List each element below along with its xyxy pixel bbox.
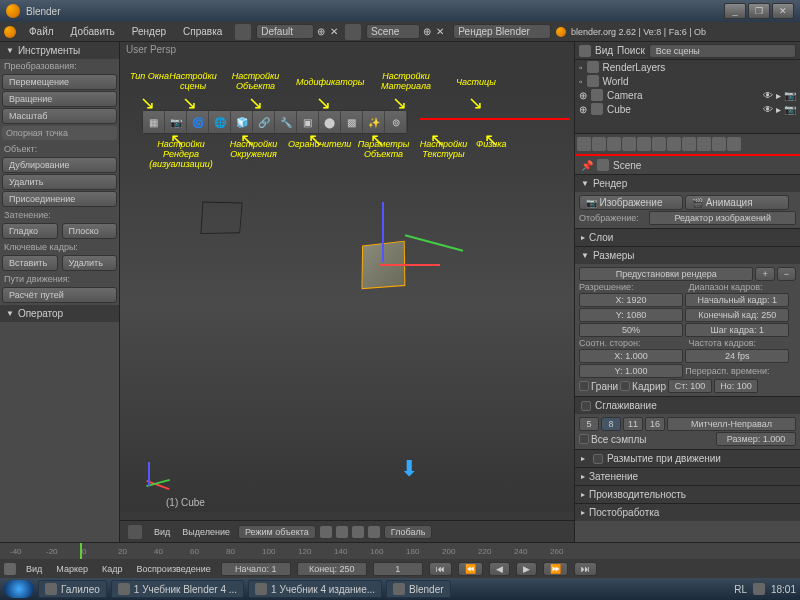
dimensions-panel-header[interactable]: ▼Размеры xyxy=(575,246,800,264)
aspect-x-field[interactable]: X: 1.000 xyxy=(579,349,683,363)
aa-8[interactable]: 8 xyxy=(601,417,621,431)
view-menu[interactable]: Вид xyxy=(150,526,174,538)
tl-playback[interactable]: Воспроизведение xyxy=(132,563,214,575)
render-preset[interactable]: Предустановки рендера xyxy=(579,267,753,281)
aa-16[interactable]: 16 xyxy=(645,417,665,431)
frame-start-field[interactable]: Начальный кадр: 1 xyxy=(685,293,789,307)
tl-current-field[interactable]: 1 xyxy=(373,562,423,576)
close-icon[interactable]: ✕ xyxy=(330,26,338,37)
aa-5[interactable]: 5 xyxy=(579,417,599,431)
texture-tab-icon[interactable]: ▩ xyxy=(341,111,363,133)
rotate-button[interactable]: Вращение xyxy=(2,91,117,107)
texture-tab-icon[interactable] xyxy=(697,137,711,151)
layout-icon[interactable] xyxy=(235,24,251,40)
mode-selector[interactable]: Режим объекта xyxy=(238,525,316,539)
world-tab-icon[interactable]: 🌐 xyxy=(209,111,231,133)
play-button[interactable]: ▶ xyxy=(516,562,537,576)
cursor-icon[interactable] xyxy=(320,526,332,538)
taskbar-item[interactable]: Blender xyxy=(386,580,450,598)
delete-button[interactable]: Удалить xyxy=(2,174,117,190)
frame-step-field[interactable]: Шаг кадра: 1 xyxy=(685,323,789,337)
tl-marker[interactable]: Маркер xyxy=(52,563,92,575)
modifiers-tab-icon[interactable]: 🔧 xyxy=(275,111,297,133)
remove-preset-button[interactable]: − xyxy=(777,267,796,281)
tray-clock[interactable]: 18:01 xyxy=(771,584,796,595)
perf-panel-header[interactable]: ▸Производительность xyxy=(575,485,800,503)
start-button[interactable] xyxy=(4,580,34,598)
tool-shelf-header[interactable]: ▼Инструменты xyxy=(0,42,119,59)
layers-panel-header[interactable]: ▸Слои xyxy=(575,228,800,246)
border-checkbox[interactable] xyxy=(579,381,589,391)
aspect-y-field[interactable]: Y: 1.000 xyxy=(579,364,683,378)
editor-type-icon[interactable] xyxy=(579,45,591,57)
scale-button[interactable]: Масштаб xyxy=(2,108,117,124)
outliner-filter[interactable]: Все сцены xyxy=(649,44,796,58)
pin-icon[interactable]: 📌 xyxy=(581,160,593,171)
time-old-field[interactable]: Ст: 100 xyxy=(668,379,712,393)
tl-frame[interactable]: Кадр xyxy=(98,563,127,575)
object-tab-icon[interactable] xyxy=(622,137,636,151)
jump-start-button[interactable]: ⏮ xyxy=(429,562,452,576)
editor-type-icon[interactable] xyxy=(4,563,16,575)
select-menu[interactable]: Выделение xyxy=(178,526,234,538)
plus-icon[interactable]: ⊕ xyxy=(317,26,325,37)
tl-end-field[interactable]: Конец: 250 xyxy=(297,562,367,576)
editor-type-icon[interactable]: ▦ xyxy=(143,111,165,133)
tl-start-field[interactable]: Начало: 1 xyxy=(221,562,291,576)
outliner-item[interactable]: ◦World xyxy=(575,74,800,88)
taskbar-item[interactable]: Галилео xyxy=(38,580,107,598)
flat-button[interactable]: Плоско xyxy=(62,223,118,239)
tray-icon[interactable] xyxy=(753,583,765,595)
menu-add[interactable]: Добавить xyxy=(63,24,123,39)
frame-end-field[interactable]: Конечный кад: 250 xyxy=(685,308,789,322)
minimize-button[interactable]: _ xyxy=(724,3,746,19)
manipulator-icon[interactable] xyxy=(352,526,364,538)
translate-button[interactable]: Перемещение xyxy=(2,74,117,90)
tray-lang[interactable]: RL xyxy=(734,584,747,595)
constraints-tab-icon[interactable]: 🔗 xyxy=(253,111,275,133)
close-button[interactable]: ✕ xyxy=(772,3,794,19)
calc-paths-button[interactable]: Расчёт путей xyxy=(2,287,117,303)
camera-object[interactable] xyxy=(200,202,242,235)
mblur-checkbox[interactable] xyxy=(593,454,603,464)
post-panel-header[interactable]: ▸Постобработка xyxy=(575,503,800,521)
scene-icon[interactable] xyxy=(345,24,361,40)
render-tab-icon[interactable] xyxy=(577,137,591,151)
next-key-button[interactable]: ⏩ xyxy=(543,562,568,576)
constraints-tab-icon[interactable] xyxy=(637,137,651,151)
maximize-button[interactable]: ❐ xyxy=(748,3,770,19)
aa-panel-header[interactable]: Сглаживание xyxy=(575,396,800,414)
material-tab-icon[interactable] xyxy=(682,137,696,151)
modifiers-tab-icon[interactable] xyxy=(652,137,666,151)
gizmo-z-axis[interactable] xyxy=(382,202,384,262)
close-icon[interactable]: ✕ xyxy=(436,26,444,37)
insert-key-button[interactable]: Вставить xyxy=(2,255,58,271)
shading-panel-header[interactable]: ▸Затенение xyxy=(575,467,800,485)
res-y-field[interactable]: Y: 1080 xyxy=(579,308,683,322)
add-preset-button[interactable]: + xyxy=(755,267,774,281)
duplicate-button[interactable]: Дублирование xyxy=(2,157,117,173)
menu-file[interactable]: Файл xyxy=(21,24,62,39)
res-x-field[interactable]: X: 1920 xyxy=(579,293,683,307)
outliner-search[interactable]: Поиск xyxy=(617,45,645,56)
full-sample-checkbox[interactable] xyxy=(579,434,589,444)
delete-key-button[interactable]: Удалить xyxy=(62,255,118,271)
aa-checkbox[interactable] xyxy=(581,401,591,411)
prev-key-button[interactable]: ⏪ xyxy=(458,562,483,576)
join-button[interactable]: Присоединение xyxy=(2,191,117,207)
play-rev-button[interactable]: ◀ xyxy=(489,562,510,576)
taskbar-item[interactable]: 1 Учебник 4 издание... xyxy=(248,580,382,598)
objectdata-tab-icon[interactable] xyxy=(667,137,681,151)
render-image-button[interactable]: 📷 Изображение xyxy=(579,195,683,210)
outliner-view[interactable]: Вид xyxy=(595,45,613,56)
render-anim-button[interactable]: 🎬 Анимация xyxy=(685,195,789,210)
timeline-ruler[interactable]: -40 -20 0 20 40 60 80 100 120 140 160 18… xyxy=(0,543,800,559)
gizmo-x-axis[interactable] xyxy=(380,264,440,266)
scene-selector[interactable]: Scene xyxy=(366,24,420,39)
fps-field[interactable]: 24 fps xyxy=(685,349,789,363)
outliner-item[interactable]: ⊕Cube👁 ▸ 📷 xyxy=(575,102,800,116)
crop-checkbox[interactable] xyxy=(620,381,630,391)
menu-help[interactable]: Справка xyxy=(175,24,230,39)
scene-tab-icon[interactable]: 🌀 xyxy=(187,111,209,133)
aa-11[interactable]: 11 xyxy=(623,417,643,431)
